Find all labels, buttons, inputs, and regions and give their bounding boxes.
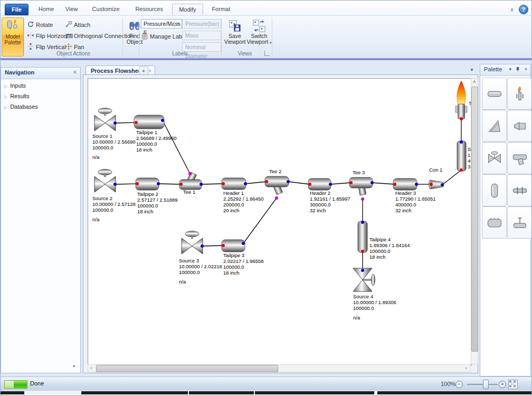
node-header1[interactable] bbox=[222, 178, 246, 190]
ribbon-tab-format[interactable]: Format bbox=[205, 4, 236, 14]
expand-icon[interactable]: ▷ bbox=[4, 105, 7, 110]
node-tailpipe2[interactable] bbox=[136, 178, 159, 190]
port-red[interactable] bbox=[136, 182, 139, 185]
scroll-left-icon[interactable]: ‹ bbox=[88, 365, 94, 372]
port-blue[interactable] bbox=[200, 183, 203, 186]
horizontal-scrollbar-thumb[interactable] bbox=[96, 365, 278, 372]
chevron-down-icon[interactable]: ▾ bbox=[73, 364, 75, 369]
zoom-in-button[interactable]: + bbox=[499, 381, 506, 388]
sidebar-item-databases[interactable]: ▷Databases bbox=[4, 103, 38, 110]
connector-line[interactable] bbox=[288, 182, 310, 184]
help-icon[interactable]: ? bbox=[519, 5, 528, 14]
port-red[interactable] bbox=[361, 250, 364, 253]
connector-line[interactable] bbox=[115, 122, 136, 123]
ribbon-tab-resources[interactable]: Resources bbox=[129, 4, 169, 14]
node-stack1[interactable] bbox=[457, 141, 466, 171]
port-blue[interactable] bbox=[161, 119, 164, 122]
ribbon-tab-home[interactable]: Home bbox=[32, 4, 60, 14]
port-blue[interactable] bbox=[370, 181, 374, 184]
port-blue[interactable] bbox=[441, 183, 444, 186]
port-blue[interactable] bbox=[361, 221, 364, 224]
views-dialog-launcher-icon[interactable] bbox=[264, 51, 270, 56]
connector-line[interactable] bbox=[158, 184, 181, 184]
expand-icon[interactable]: ▷ bbox=[4, 95, 7, 99]
save-viewport-button[interactable]: Save Viewport bbox=[223, 18, 246, 53]
node-source2[interactable] bbox=[94, 169, 116, 193]
minimize-ribbon-icon[interactable]: ∧ bbox=[510, 6, 514, 13]
flowsheet-drawing-area[interactable]: Source 110.00000 / 2.56690100000.0n/aTai… bbox=[88, 78, 472, 365]
vertical-scrollbar-thumb[interactable] bbox=[471, 87, 478, 352]
port-red[interactable] bbox=[222, 182, 225, 185]
connector-line[interactable] bbox=[245, 182, 267, 184]
collapse-panel-icon[interactable]: < bbox=[73, 69, 77, 75]
ribbon-tab-file[interactable]: File bbox=[5, 4, 28, 15]
zoom-slider-track[interactable] bbox=[467, 384, 498, 385]
scroll-up-icon[interactable]: ˄ bbox=[471, 79, 478, 86]
port-blue[interactable] bbox=[201, 244, 204, 248]
node-header2[interactable] bbox=[308, 178, 331, 190]
port-magenta[interactable] bbox=[188, 172, 192, 175]
node-source4[interactable] bbox=[353, 268, 375, 291]
port-red[interactable] bbox=[265, 180, 268, 183]
label-type-dropdown[interactable]: Pressure/Mass F ▾ bbox=[141, 19, 182, 29]
connector-line[interactable] bbox=[243, 198, 277, 243]
port-blue[interactable] bbox=[329, 183, 332, 186]
sidebar-item-results[interactable]: ▷Results bbox=[4, 93, 30, 99]
palette-menu-icon[interactable]: ▾ bbox=[509, 67, 511, 72]
fit-to-window-button[interactable] bbox=[508, 380, 518, 389]
chevron-down-icon[interactable]: ▾ bbox=[174, 20, 182, 28]
attach-button[interactable]: Attach bbox=[65, 20, 90, 30]
switch-viewport-button[interactable]: Switch Viewport ▾ bbox=[246, 18, 272, 53]
port-blue[interactable] bbox=[361, 269, 364, 272]
node-tailpipe1[interactable] bbox=[134, 115, 164, 129]
connector-line[interactable] bbox=[201, 184, 223, 184]
node-tip1[interactable] bbox=[455, 81, 467, 119]
connector-line[interactable] bbox=[330, 183, 351, 184]
palette-item-pipe[interactable] bbox=[482, 78, 507, 110]
port-red[interactable] bbox=[179, 183, 183, 186]
pin-icon[interactable] bbox=[516, 67, 520, 73]
connector-line[interactable] bbox=[115, 184, 137, 184]
palette-item-cone-connector[interactable] bbox=[507, 110, 532, 142]
node-tailpipe3[interactable] bbox=[222, 240, 245, 252]
port-blue[interactable] bbox=[157, 182, 160, 185]
ribbon-tab-modify[interactable]: Modify bbox=[172, 4, 203, 15]
port-blue[interactable] bbox=[244, 182, 247, 185]
node-tee3[interactable] bbox=[349, 177, 373, 195]
scroll-right-icon[interactable]: › bbox=[463, 365, 469, 372]
port-blue[interactable] bbox=[113, 183, 117, 186]
port-blue[interactable] bbox=[287, 180, 290, 183]
tab-list-dropdown-icon[interactable]: ▼ bbox=[470, 68, 474, 72]
node-header3[interactable] bbox=[393, 178, 417, 190]
port-magenta[interactable] bbox=[361, 197, 364, 201]
node-source1[interactable] bbox=[94, 108, 116, 131]
port-red[interactable] bbox=[135, 121, 138, 124]
node-tee2[interactable] bbox=[265, 176, 289, 195]
node-source3[interactable] bbox=[182, 231, 203, 254]
connector-line[interactable] bbox=[202, 246, 223, 246]
palette-item-valve[interactable] bbox=[482, 142, 507, 174]
palette-item-tank[interactable] bbox=[482, 206, 507, 239]
connector-line[interactable] bbox=[442, 170, 461, 185]
close-tab-icon[interactable]: × bbox=[148, 68, 151, 74]
port-red[interactable] bbox=[222, 244, 225, 247]
palette-item-flare-tip[interactable] bbox=[507, 78, 532, 110]
process-flowsheet[interactable]: Source 110.00000 / 2.56690100000.0n/aTai… bbox=[88, 79, 471, 365]
close-icon[interactable]: × bbox=[525, 67, 527, 72]
port-red[interactable] bbox=[393, 183, 396, 186]
zoom-slider-thumb[interactable] bbox=[483, 380, 489, 389]
expand-icon[interactable]: ▷ bbox=[4, 84, 7, 89]
sidebar-item-inputs[interactable]: ▷Inputs bbox=[4, 82, 26, 89]
port-red[interactable] bbox=[308, 183, 311, 186]
connector-line[interactable] bbox=[372, 183, 395, 184]
model-palette-button[interactable]: Model Palette bbox=[2, 17, 24, 56]
ribbon-tab-customize[interactable]: Customize bbox=[86, 4, 126, 14]
zoom-out-button[interactable]: − bbox=[455, 381, 463, 388]
palette-item-relief-pipe[interactable] bbox=[507, 206, 532, 239]
node-tailpipe4[interactable] bbox=[358, 221, 367, 252]
port-red[interactable] bbox=[430, 183, 433, 186]
port-blue[interactable] bbox=[242, 242, 245, 245]
connector-line[interactable] bbox=[163, 120, 190, 174]
palette-item-separator[interactable] bbox=[482, 174, 507, 206]
palette-item-tee[interactable] bbox=[507, 142, 532, 174]
